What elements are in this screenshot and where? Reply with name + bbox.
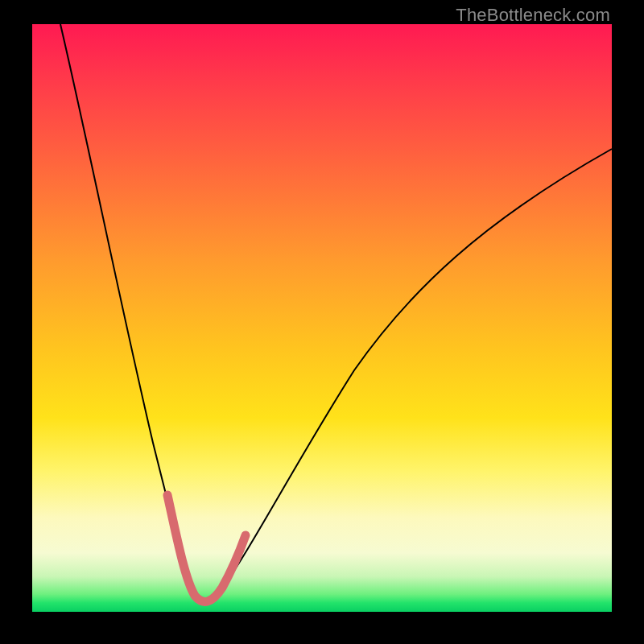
bottleneck-curve-svg (32, 24, 612, 612)
watermark-text: TheBottleneck.com (456, 5, 610, 26)
chart-frame: TheBottleneck.com (0, 0, 644, 644)
bottleneck-curve (60, 24, 612, 601)
plot-area (32, 24, 612, 612)
optimal-zone-highlight (167, 495, 246, 601)
